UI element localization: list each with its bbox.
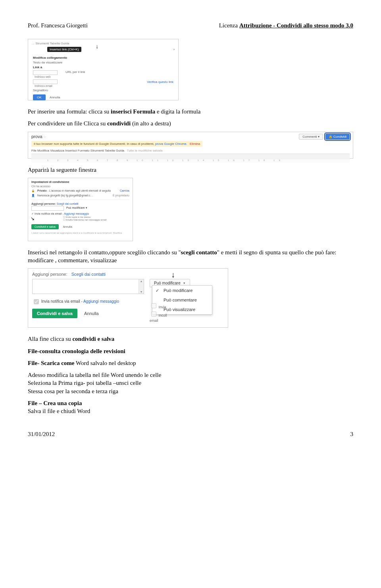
paragraph: File-consulta cronologia delle revisioni [28, 347, 353, 355]
browser-warning: Il tuo browser non supporta tutte le fun… [31, 141, 202, 147]
lock-icon: 🔒 [31, 189, 35, 192]
header-author: Prof. Francesca Giorgetti [28, 22, 88, 29]
screenshot-sharing-settings: ↘ Impostazioni di condivisione Chi ha ac… [28, 178, 133, 241]
arrow-icon: ↓ [171, 270, 175, 279]
screenshot-add-people: ↓ Aggiungi persone:Scegli dai contatti ▴… [28, 268, 228, 328]
share-save-button: Condividi e salva [31, 224, 59, 229]
arrow-icon: ↘ [31, 216, 35, 221]
cancel-button: Annulla [84, 311, 99, 316]
web-address-box [33, 70, 58, 75]
paragraph: Stessa cosa per la seconda e terza riga [28, 387, 353, 395]
page-header: Prof. Francesca Giorgetti Licenza Attrib… [28, 22, 353, 29]
screenshot-insert-link: ↓ … Strumenti Tabella Guida Inserisci li… [28, 39, 179, 100]
tooltip: Inserisci link (Ctrl+K) [47, 47, 81, 52]
paragraph: File – Crea una copia [28, 399, 353, 407]
paragraph: Inserisci nel rettangolo il contatto,opp… [28, 248, 353, 265]
email-address-box [33, 79, 58, 84]
paragraph: Salva il file e chiudi Word [28, 407, 353, 415]
paragraph: File- Scarica come Word salvalo nel desk… [28, 359, 353, 367]
people-input [31, 206, 64, 211]
paragraph: Per inserire una formula: clicca su inse… [28, 108, 353, 115]
arrow-icon: ↓ [96, 43, 98, 50]
screenshot-docs-header: prova ☆ Commenti ▾ 🔒 Condividi Il tuo br… [28, 132, 353, 159]
comments-button: Commenti ▾ [299, 134, 323, 140]
footer-page: 3 [350, 431, 354, 438]
cancel-button: Annulla [50, 96, 60, 99]
paragraph: Seleziona la Prima riga- poi tabella –un… [28, 379, 353, 387]
star-icon: ☆ [43, 135, 46, 139]
notify-checkbox [34, 299, 39, 304]
page-footer: 31/01/2012 3 [28, 431, 353, 438]
paragraph: Alla fine clicca su condividi e salva [28, 335, 353, 343]
menu-item-edit: Può modificare [152, 286, 212, 295]
paragraph: Adesso modifica la tabella nel file Word… [28, 371, 353, 379]
person-icon: 👤 [31, 194, 35, 197]
paragraph: Apparirà la seguente finestra [28, 166, 353, 174]
share-button: 🔒 Condividi [325, 134, 350, 140]
people-input: ▴▾ [32, 279, 144, 294]
ok-button: OK [33, 94, 46, 100]
paragraph: Per condividere un file Clicca su condiv… [28, 119, 353, 127]
share-save-button: Condividi e salva [32, 309, 77, 318]
footer-date: 31/01/2012 [28, 431, 55, 438]
header-license: Licenza Attribuzione - Condividi allo st… [219, 22, 353, 29]
